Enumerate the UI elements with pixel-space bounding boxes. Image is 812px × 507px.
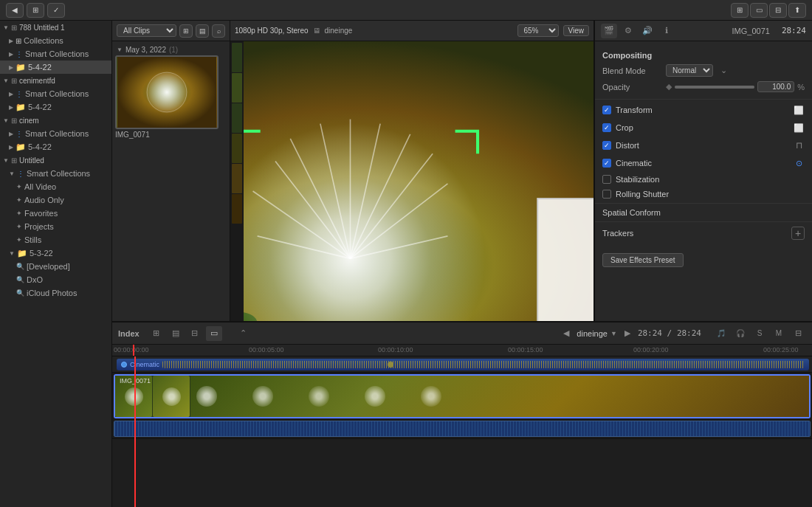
- sidebar-item-label: Stills: [24, 235, 41, 244]
- zoom-fit-btn[interactable]: ⊟: [790, 326, 806, 341]
- sidebar-item-icloud[interactable]: 🔍 iCloud Photos: [0, 286, 111, 300]
- sidebar-item-label: Favorites: [24, 209, 58, 218]
- timeline-clip-btn[interactable]: ▭: [206, 326, 222, 341]
- video-clip[interactable]: IMG_0071: [114, 374, 811, 418]
- sidebar-item-date2[interactable]: ▶ 📁 5-4-22: [0, 100, 111, 114]
- smart-icon: ⋮: [17, 170, 24, 178]
- crop-expand-icon[interactable]: ⬜: [793, 122, 805, 134]
- timeline-list-btn[interactable]: ▤: [168, 326, 184, 341]
- stabilization-checkbox[interactable]: [602, 175, 611, 184]
- nav-prev-btn[interactable]: ◀: [559, 326, 574, 341]
- timeline-grid-btn[interactable]: ⊞: [148, 326, 165, 341]
- clips-filter[interactable]: All Clips: [117, 24, 176, 37]
- sidebar-item-all-video[interactable]: ✦ All Video: [0, 180, 111, 193]
- audio-solo-btn[interactable]: S: [751, 326, 768, 341]
- date-label: May 3, 2022: [125, 46, 166, 54]
- cinematic-waveform: [162, 361, 805, 368]
- sidebar-item-label: Untitled: [19, 156, 44, 165]
- add-tracker-button[interactable]: +: [791, 227, 805, 240]
- media-thumbnail[interactable]: [115, 55, 219, 129]
- split-view-btn[interactable]: ⊟: [769, 3, 787, 18]
- rolling-shutter-checkbox[interactable]: [602, 190, 611, 199]
- cinematic-icon[interactable]: ⊙: [793, 157, 805, 169]
- sidebar-item-projects[interactable]: ✦ Projects: [0, 220, 111, 233]
- timeline-blade-btn[interactable]: ⌃: [235, 326, 252, 341]
- grid-view-btn[interactable]: ⊞: [731, 3, 749, 18]
- check-button[interactable]: ✓: [47, 3, 65, 18]
- crop-row[interactable]: ✓ Crop ⬜: [595, 119, 812, 137]
- transform-checkbox[interactable]: ✓: [602, 106, 611, 114]
- group-icon: ⊞: [11, 156, 17, 165]
- sidebar-item-smart2[interactable]: ▶ ⋮ Smart Collections: [0, 87, 111, 100]
- back-button[interactable]: ◀: [6, 3, 24, 18]
- transform-row[interactable]: ✓ Transform ⬜: [595, 101, 812, 119]
- sidebar-item-smart1[interactable]: ▶ ⋮ Smart Collections: [0, 47, 111, 61]
- clip-frame-2: [153, 376, 190, 417]
- sidebar-item-cinem[interactable]: ▼ ⊞ cinem: [0, 114, 111, 127]
- inspector-tab-filter[interactable]: ⚙: [620, 24, 636, 38]
- audio-wave-btn[interactable]: 🎵: [713, 326, 729, 341]
- opacity-input[interactable]: [757, 81, 794, 92]
- chevron-icon: ▶: [9, 131, 13, 137]
- distort-icon[interactable]: ⊓: [793, 139, 805, 151]
- distort-row[interactable]: ✓ Distort ⊓: [595, 137, 812, 154]
- sidebar-item-date3[interactable]: ▶ 📁 5-4-22: [0, 140, 111, 154]
- cinematic-row[interactable]: ✓ Cinematic ⊙: [595, 154, 812, 172]
- ruler-mark-4: 00:00:20:00: [633, 346, 669, 353]
- snap-button[interactable]: ⊞: [27, 3, 44, 18]
- audio-mute-btn[interactable]: M: [771, 326, 787, 341]
- sidebar-item-untitled1[interactable]: ▼ ⊞ 788 Untitled 1: [0, 21, 111, 34]
- inspector-tab-audio[interactable]: 🔊: [639, 24, 656, 38]
- list-view-btn[interactable]: ▭: [750, 3, 768, 18]
- rolling-shutter-label: Rolling Shutter: [616, 190, 805, 199]
- frame-dandelion: [162, 387, 181, 406]
- cinematic-clip[interactable]: Cinematic: [117, 359, 809, 370]
- rolling-shutter-row[interactable]: Rolling Shutter: [595, 187, 812, 201]
- sidebar-item-audio-only[interactable]: ✦ Audio Only: [0, 193, 111, 207]
- inspector-tab-video[interactable]: 🎬: [601, 24, 617, 38]
- timeline-split-btn[interactable]: ⊟: [187, 326, 203, 341]
- sidebar-item-date4[interactable]: ▼ 📁 5-3-22: [0, 246, 111, 260]
- sidebar-item-date1[interactable]: ▶ 📁 5-4-22: [0, 61, 111, 74]
- timeline-tracks: Cinematic: [112, 356, 812, 507]
- distort-checkbox[interactable]: ✓: [602, 141, 611, 150]
- compositing-title: Compositing: [602, 49, 805, 62]
- view-button[interactable]: View: [563, 25, 590, 36]
- opacity-slider[interactable]: [675, 86, 754, 89]
- sidebar-item-developed[interactable]: 🔍 [Developed]: [0, 260, 111, 273]
- smart-icon: ⋮: [16, 90, 23, 98]
- sidebar-item-dxo[interactable]: 🔍 DxO: [0, 273, 111, 286]
- folder-icon: 📁: [17, 249, 27, 258]
- media-date-header[interactable]: ▼ May 3, 2022 (1): [115, 44, 227, 55]
- sidebar-item-untitled[interactable]: ▼ ⊞ Untitled: [0, 154, 111, 167]
- list-btn[interactable]: ▤: [196, 24, 209, 38]
- inspector-tab-info[interactable]: ℹ: [658, 24, 675, 38]
- nav-next-btn[interactable]: ▶: [620, 326, 635, 341]
- export-btn[interactable]: ⬆: [788, 3, 806, 18]
- audio-headphone-btn[interactable]: 🎧: [732, 326, 749, 341]
- save-effects-preset-button[interactable]: Save Effects Preset: [602, 253, 684, 267]
- sidebar-item-smart3[interactable]: ▶ ⋮ Smart Collections: [0, 127, 111, 140]
- search-btn[interactable]: ⌕: [212, 24, 225, 38]
- sidebar: ▼ ⊞ 788 Untitled 1 ▶ ⊞ Collections ▶ ⋮ S…: [0, 21, 112, 507]
- stabilization-row[interactable]: Stabilization: [595, 172, 812, 187]
- sidebar-item-favorites[interactable]: ✦ Favorites: [0, 207, 111, 220]
- blend-mode-row: Blend Mode Normal Multiply Screen ⌄: [602, 62, 805, 79]
- transform-expand-icon[interactable]: ⬜: [793, 104, 805, 116]
- sidebar-item-label: 5-3-22: [30, 249, 53, 258]
- zoom-select[interactable]: 65% 100% 50%: [517, 24, 559, 37]
- sidebar-item-cenimentfd[interactable]: ▼ ⊞ cenimentfd: [0, 74, 111, 87]
- chevron-icon: ▼: [3, 77, 9, 84]
- trackers-row: Trackers +: [595, 224, 812, 243]
- distort-label: Distort: [616, 141, 788, 150]
- crop-checkbox[interactable]: ✓: [602, 123, 611, 132]
- sidebar-item-smart4[interactable]: ▼ ⋮ Smart Collections: [0, 167, 111, 180]
- cinematic-checkbox[interactable]: ✓: [602, 159, 611, 168]
- timeline-position: 28:24 / 28:24: [638, 328, 701, 338]
- ruler-mark-3: 00:00:15:00: [508, 346, 543, 353]
- blend-mode-select[interactable]: Normal Multiply Screen: [666, 64, 713, 77]
- sidebar-item-stills[interactable]: ✦ Stills: [0, 233, 111, 246]
- stabilization-label: Stabilization: [616, 175, 805, 184]
- sidebar-item-collections1[interactable]: ▶ ⊞ Collections: [0, 34, 111, 47]
- grid-btn[interactable]: ⊞: [179, 24, 193, 38]
